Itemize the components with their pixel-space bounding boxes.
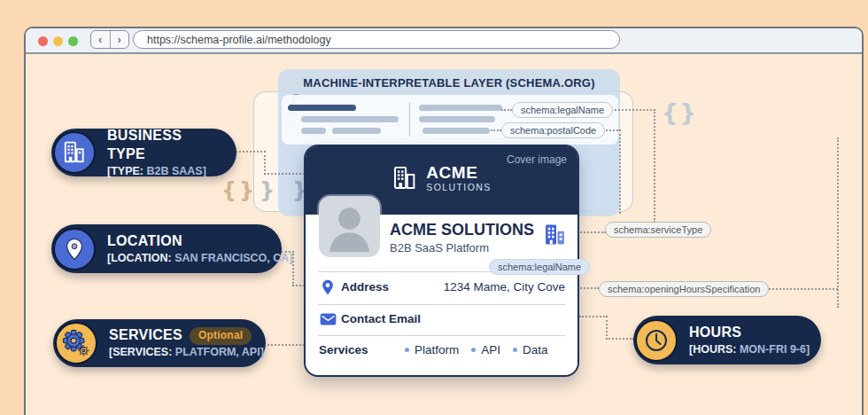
pill-title: BUSINESS TYPE bbox=[107, 127, 221, 164]
company-name: ACME SOLUTIONS bbox=[390, 221, 534, 239]
connector bbox=[236, 151, 266, 153]
skeleton-bar bbox=[301, 116, 399, 122]
service-item: Data bbox=[513, 343, 548, 356]
address-value: 1234 Mame, City Cove bbox=[444, 280, 565, 294]
close-window-button[interactable] bbox=[38, 36, 48, 46]
gear-icon bbox=[55, 322, 97, 364]
connector bbox=[264, 151, 266, 175]
back-button[interactable]: ‹ bbox=[91, 31, 111, 48]
buildings-icon bbox=[391, 165, 418, 192]
pill-key: [HOURS: bbox=[689, 343, 736, 356]
service-item: Platform bbox=[405, 343, 459, 356]
skeleton-bar bbox=[422, 128, 490, 134]
nav-buttons: ‹ › bbox=[90, 30, 129, 49]
connector bbox=[501, 109, 512, 111]
service-name: Platform bbox=[415, 343, 459, 356]
pill-title: HOURS bbox=[689, 324, 810, 342]
brace-icon: } bbox=[260, 180, 275, 201]
map-pin-icon bbox=[322, 279, 334, 295]
location-pill: LOCATION [LOCATION: SAN FRANCISCO, CA] bbox=[51, 224, 282, 273]
pill-value: PLATFORM, API] bbox=[175, 346, 264, 358]
connector bbox=[491, 129, 501, 131]
skeleton-bar bbox=[419, 105, 502, 111]
schema-legal-name-chip: schema:legalName bbox=[489, 259, 590, 275]
service-name: API bbox=[481, 343, 500, 356]
schema-legal-name-chip: schema:legalName bbox=[512, 102, 613, 118]
bullet-icon bbox=[405, 348, 409, 352]
buildings-icon bbox=[543, 223, 567, 247]
logo-subname: SOLUTIONS bbox=[426, 183, 491, 192]
url-text: https://schema-profile.ai/methodology bbox=[147, 34, 331, 46]
company-logo: ACME SOLUTIONS bbox=[306, 164, 577, 192]
optional-badge: Optional bbox=[190, 327, 252, 345]
connector bbox=[606, 338, 634, 340]
profile-card: Cover image ACME SOLUTIONS bbox=[304, 145, 579, 377]
pill-value: SAN FRANCISCO, CA] bbox=[174, 252, 292, 264]
page: ‹ › https://schema-profile.ai/methodolog… bbox=[0, 0, 868, 415]
minimize-window-button[interactable] bbox=[53, 36, 63, 46]
hours-pill: HOURS [HOURS: MON-FRI 9-6] bbox=[633, 316, 821, 364]
bullet-icon bbox=[513, 348, 517, 352]
browser-chrome: ‹ › https://schema-profile.ai/methodolog… bbox=[26, 28, 862, 54]
address-label: Address bbox=[341, 280, 389, 294]
schema-opening-hours-chip: schema:openingHoursSpecification bbox=[599, 281, 769, 297]
services-list: Platform API Data bbox=[405, 343, 548, 356]
skeleton-bar bbox=[332, 128, 381, 134]
divider bbox=[318, 335, 565, 336]
pill-title: LOCATION bbox=[107, 232, 293, 251]
connector bbox=[619, 129, 621, 214]
pill-value: MON-FRI 9-6] bbox=[740, 343, 810, 356]
clock-icon bbox=[635, 319, 678, 362]
connector bbox=[837, 137, 839, 308]
service-name: Data bbox=[523, 343, 548, 356]
schema-service-type-chip: schema:serviceType bbox=[605, 222, 711, 238]
connector bbox=[264, 173, 305, 175]
pill-value: B2B SAAS] bbox=[146, 165, 205, 177]
connector bbox=[577, 287, 599, 289]
avatar bbox=[319, 196, 380, 257]
brace-pair-icon: {} bbox=[662, 101, 698, 124]
logo-name: ACME bbox=[426, 164, 491, 181]
business-type-pill: BUSINESS TYPE [TYPE: B2B SAAS] bbox=[51, 129, 236, 176]
pill-title: SERVICES bbox=[109, 326, 182, 345]
connector bbox=[579, 316, 608, 317]
connector bbox=[654, 109, 655, 223]
forward-icon: › bbox=[118, 34, 121, 45]
pill-key: [SERVICES: bbox=[109, 346, 172, 358]
back-icon: ‹ bbox=[98, 34, 102, 45]
buildings-icon bbox=[53, 131, 96, 174]
connector bbox=[606, 316, 608, 340]
forward-button[interactable]: › bbox=[111, 31, 129, 48]
person-icon bbox=[319, 196, 380, 257]
bullet-icon bbox=[471, 348, 476, 352]
services-label: Services bbox=[319, 343, 368, 356]
schema-layer-title: MACHINE-INTERPRETABLE LAYER (SCHEMA.ORG) bbox=[278, 76, 620, 90]
skeleton-bar bbox=[301, 128, 326, 134]
skeleton-bar bbox=[288, 105, 356, 111]
skeleton-bar bbox=[419, 116, 495, 122]
email-label: Contact Email bbox=[341, 312, 421, 325]
schema-postal-code-chip: schema:postalCode bbox=[501, 122, 605, 138]
pill-key: [LOCATION: bbox=[107, 252, 172, 264]
service-item: API bbox=[471, 343, 500, 356]
url-bar[interactable]: https://schema-profile.ai/methodology bbox=[133, 30, 620, 49]
connector bbox=[292, 285, 305, 286]
skeleton-divider bbox=[409, 103, 410, 137]
zoom-window-button[interactable] bbox=[68, 36, 78, 46]
pill-key: [TYPE: bbox=[107, 165, 143, 177]
services-pill: SERVICESOptional [SERVICES: PLATFORM, AP… bbox=[53, 319, 266, 367]
window-controls bbox=[38, 36, 78, 46]
divider bbox=[318, 304, 565, 305]
company-tagline: B2B SaaS Platform bbox=[390, 241, 489, 254]
envelope-icon bbox=[320, 313, 337, 325]
map-pin-icon bbox=[53, 228, 96, 270]
brace-pair-icon: {} bbox=[221, 180, 257, 201]
